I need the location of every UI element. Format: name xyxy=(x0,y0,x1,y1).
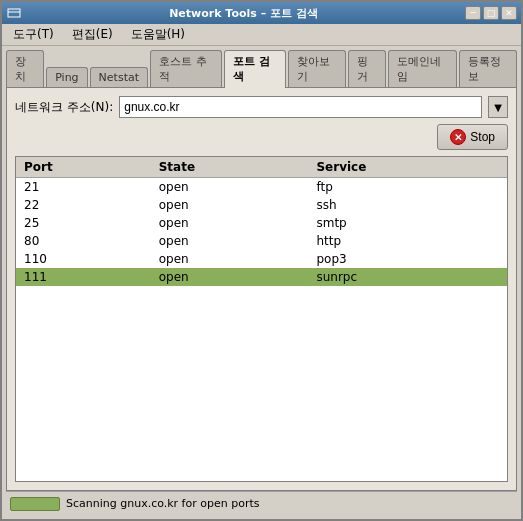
tab-device[interactable]: 장치 xyxy=(6,50,44,87)
table-row[interactable]: 111opensunrpc xyxy=(16,268,507,286)
menu-edit[interactable]: 편집(E) xyxy=(65,23,120,46)
tab-info[interactable]: 등록정보 xyxy=(459,50,517,87)
tab-ping[interactable]: Ping xyxy=(46,67,87,87)
tab-domain[interactable]: 도메인네임 xyxy=(388,50,456,87)
cell-service: sunrpc xyxy=(308,268,507,286)
col-service: Service xyxy=(308,157,507,178)
address-dropdown[interactable]: ▼ xyxy=(488,96,508,118)
app-icon xyxy=(6,5,22,21)
stop-label: Stop xyxy=(470,130,495,144)
address-input[interactable] xyxy=(119,96,482,118)
cell-service: http xyxy=(308,232,507,250)
cell-state: open xyxy=(151,178,309,197)
table-row[interactable]: 22openssh xyxy=(16,196,507,214)
cell-port: 111 xyxy=(16,268,151,286)
tab-find[interactable]: 찾아보기 xyxy=(288,50,346,87)
cell-state: open xyxy=(151,232,309,250)
tab-bar: 장치 Ping Netstat 호스트 추적 포트 검색 찾아보기 핑거 도메인… xyxy=(2,46,521,87)
main-content: 네트워크 주소(N): ▼ ✕ Stop Port State Service xyxy=(6,87,517,491)
cell-state: open xyxy=(151,196,309,214)
cell-port: 80 xyxy=(16,232,151,250)
cell-port: 22 xyxy=(16,196,151,214)
table-row[interactable]: 25opensmtp xyxy=(16,214,507,232)
progress-indicator xyxy=(10,497,60,511)
close-button[interactable]: ✕ xyxy=(501,6,517,20)
results-table: Port State Service 21openftp22openssh25o… xyxy=(16,157,507,286)
col-state: State xyxy=(151,157,309,178)
cell-state: open xyxy=(151,268,309,286)
cell-service: pop3 xyxy=(308,250,507,268)
status-text: Scanning gnux.co.kr for open ports xyxy=(66,497,259,510)
cell-port: 110 xyxy=(16,250,151,268)
table-row[interactable]: 21openftp xyxy=(16,178,507,197)
cell-state: open xyxy=(151,250,309,268)
cell-port: 25 xyxy=(16,214,151,232)
address-row: 네트워크 주소(N): ▼ xyxy=(15,96,508,118)
maximize-button[interactable]: □ xyxy=(483,6,499,20)
svg-rect-0 xyxy=(8,9,20,17)
tab-finger[interactable]: 핑거 xyxy=(348,50,386,87)
menu-tools[interactable]: 도구(T) xyxy=(6,23,61,46)
tab-netstat[interactable]: Netstat xyxy=(90,67,148,87)
cell-state: open xyxy=(151,214,309,232)
results-table-container: Port State Service 21openftp22openssh25o… xyxy=(15,156,508,482)
menu-bar: 도구(T) 편집(E) 도움말(H) xyxy=(2,24,521,46)
table-row[interactable]: 110openpop3 xyxy=(16,250,507,268)
menu-help[interactable]: 도움말(H) xyxy=(124,23,192,46)
cell-service: ftp xyxy=(308,178,507,197)
tab-host-trace[interactable]: 호스트 추적 xyxy=(150,50,222,87)
cell-service: ssh xyxy=(308,196,507,214)
address-label: 네트워크 주소(N): xyxy=(15,99,113,116)
window-controls: ─ □ ✕ xyxy=(465,6,517,20)
window-title: Network Tools – 포트 검색 xyxy=(22,6,465,21)
stop-icon: ✕ xyxy=(450,129,466,145)
button-row: ✕ Stop xyxy=(15,124,508,150)
cell-port: 21 xyxy=(16,178,151,197)
status-bar: Scanning gnux.co.kr for open ports xyxy=(6,491,517,515)
stop-button[interactable]: ✕ Stop xyxy=(437,124,508,150)
cell-service: smtp xyxy=(308,214,507,232)
title-bar: Network Tools – 포트 검색 ─ □ ✕ xyxy=(2,2,521,24)
minimize-button[interactable]: ─ xyxy=(465,6,481,20)
col-port: Port xyxy=(16,157,151,178)
tab-port-scan[interactable]: 포트 검색 xyxy=(224,50,286,88)
table-header-row: Port State Service xyxy=(16,157,507,178)
table-row[interactable]: 80openhttp xyxy=(16,232,507,250)
main-window: Network Tools – 포트 검색 ─ □ ✕ 도구(T) 편집(E) … xyxy=(0,0,523,521)
